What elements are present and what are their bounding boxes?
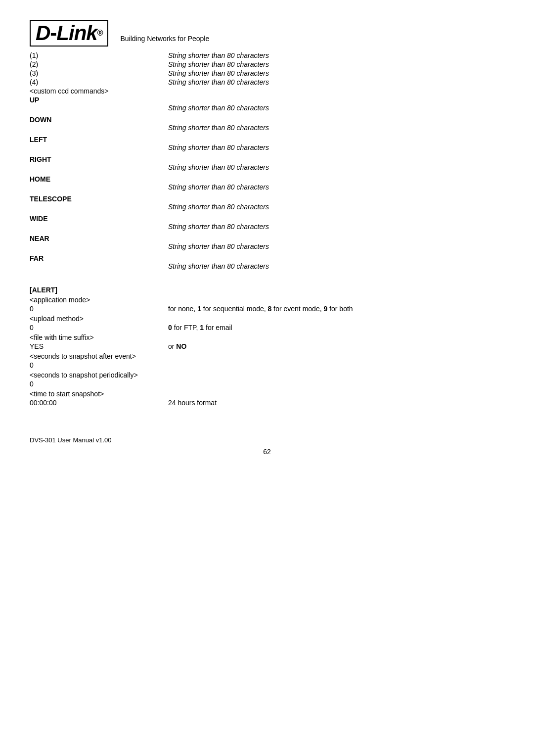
value-bold-part: 1 [200,324,204,331]
custom-ccd-value [168,87,504,95]
numbered-item-row: (4)String shorter than 80 characters [30,78,504,86]
numbered-item-value: String shorter than 80 characters [168,60,504,68]
command-block: DOWNString shorter than 80 characters [30,116,504,132]
logo-dash: - [50,23,56,44]
param-label: <upload method> [30,315,504,323]
param-value-right: 0 for FTP, 1 for email [168,324,504,331]
command-block: RIGHTString shorter than 80 characters [30,155,504,171]
param-label: <file with time suffix> [30,333,504,341]
logo-d: D [36,23,50,44]
command-label: LEFT [30,136,504,143]
value-bold-part: NO [176,342,186,350]
logo: D-Link® [30,20,108,47]
command-label: NEAR [30,235,504,242]
value-text-part: 24 hours format [168,399,217,407]
page-content: D-Link® Building Networks for People (1)… [30,20,504,456]
logo-text: D-Link® [36,23,102,44]
command-block: NEARString shorter than 80 characters [30,235,504,250]
footer-page: 62 [30,448,504,456]
numbered-item-row: (1)String shorter than 80 characters [30,51,504,59]
param-value-right: 24 hours format [168,399,504,407]
logo-container: D-Link® [30,20,108,47]
param-value-left: 0 [30,361,168,369]
param-value-row: 00 for FTP, 1 for email [30,324,504,331]
command-label: HOME [30,175,504,183]
param-label: <seconds to snapshot periodically> [30,371,504,379]
commands-section: UPString shorter than 80 charactersDOWNS… [30,96,504,270]
command-label: DOWN [30,116,504,124]
param-label: <application mode> [30,296,504,304]
numbered-item-label: (2) [30,60,168,68]
param-value-row: 0for none, 1 for sequential mode, 8 for … [30,305,504,313]
numbered-items: (1)String shorter than 80 characters(2)S… [30,51,504,86]
value-text-part: for FTP, [172,324,200,331]
logo-tagline: Building Networks for People [120,35,209,47]
param-value-left: 0 [30,380,168,388]
numbered-item-value: String shorter than 80 characters [168,51,504,59]
param-label: <time to start snapshot> [30,390,504,398]
header: D-Link® Building Networks for People [30,20,504,47]
command-block: WIDEString shorter than 80 characters [30,215,504,231]
alert-header: [ALERT] [30,286,504,294]
param-value-row: 0 [30,361,504,369]
command-label: RIGHT [30,155,504,163]
alert-section: [ALERT] <application mode>0for none, 1 f… [30,286,504,407]
command-value: String shorter than 80 characters [168,124,504,132]
command-value: String shorter than 80 characters [168,143,504,151]
footer: DVS-301 User Manual v1.00 62 [30,436,504,456]
numbered-item-row: (3)String shorter than 80 characters [30,69,504,77]
command-block: FARString shorter than 80 characters [30,254,504,270]
alert-params: <application mode>0for none, 1 for seque… [30,296,504,407]
footer-manual: DVS-301 User Manual v1.00 [30,436,111,444]
param-value-right: or NO [168,342,504,350]
command-block: TELESCOPEString shorter than 80 characte… [30,195,504,211]
command-value: String shorter than 80 characters [168,104,504,112]
command-value: String shorter than 80 characters [168,183,504,191]
param-value-row: 0 [30,380,504,388]
value-bold-part: 1 [197,305,201,313]
numbered-item-value: String shorter than 80 characters [168,78,504,86]
custom-ccd-row: <custom ccd commands> [30,87,504,95]
numbered-item-value: String shorter than 80 characters [168,69,504,77]
param-value-right [168,361,504,369]
command-value: String shorter than 80 characters [168,203,504,211]
param-value-right [168,380,504,388]
command-label: FAR [30,254,504,262]
command-value: String shorter than 80 characters [168,223,504,231]
param-value-left: YES [30,342,168,350]
command-block: UPString shorter than 80 characters [30,96,504,112]
value-text-part: or [168,342,176,350]
value-text-part: for email [204,324,232,331]
logo-link: Link [56,23,97,44]
numbered-item-label: (4) [30,78,168,86]
value-text-part: for both [327,305,353,313]
value-text-part: for none, [168,305,197,313]
value-text-part: for event mode, [271,305,323,313]
command-label: WIDE [30,215,504,223]
param-label: <seconds to snapshot after event> [30,352,504,360]
logo-reg: ® [97,29,103,37]
param-value-right: for none, 1 for sequential mode, 8 for e… [168,305,504,313]
numbered-item-label: (1) [30,51,168,59]
command-block: LEFTString shorter than 80 characters [30,136,504,151]
param-value-left: 00:00:00 [30,399,168,407]
command-value: String shorter than 80 characters [168,262,504,270]
command-value: String shorter than 80 characters [168,163,504,171]
command-value: String shorter than 80 characters [168,242,504,250]
custom-ccd-label: <custom ccd commands> [30,87,168,95]
value-bold-part: 0 [168,324,172,331]
numbered-item-label: (3) [30,69,168,77]
param-value-row: YESor NO [30,342,504,350]
command-label: UP [30,96,504,104]
param-value-left: 0 [30,305,168,313]
param-value-row: 00:00:0024 hours format [30,399,504,407]
param-value-left: 0 [30,324,168,331]
value-text-part: for sequential mode, [201,305,268,313]
command-block: HOMEString shorter than 80 characters [30,175,504,191]
command-label: TELESCOPE [30,195,504,203]
numbered-item-row: (2)String shorter than 80 characters [30,60,504,68]
